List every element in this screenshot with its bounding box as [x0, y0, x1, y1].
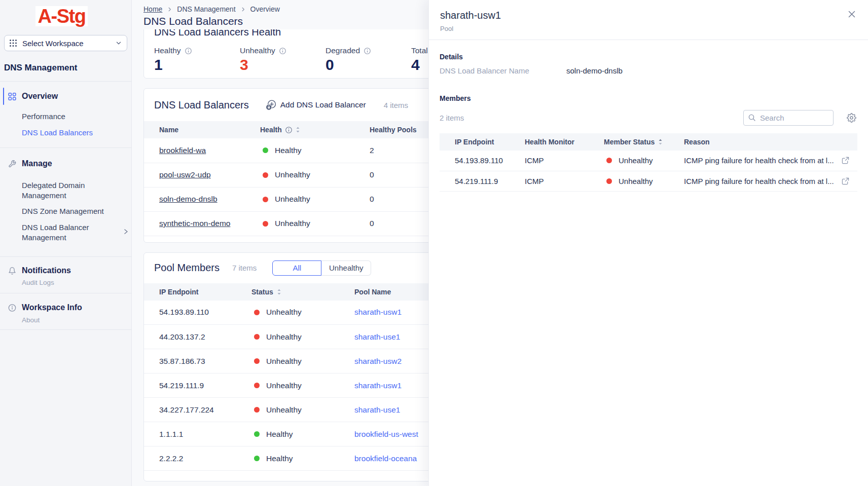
filter-tab-unhealthy[interactable]: Unhealthy — [321, 260, 371, 276]
pool-name-link[interactable]: sharath-use1 — [354, 405, 400, 414]
pool-name-link[interactable]: brookfield-us-west — [354, 430, 418, 438]
sidebar-item-dns-zone-management[interactable]: DNS Zone Management — [22, 206, 114, 216]
ip-endpoint-value: 44.203.137.2 — [159, 332, 205, 341]
add-button-label: Add DNS Load Balancer — [280, 100, 366, 109]
stat-label: Healthy — [154, 46, 181, 55]
status-text: Healthy — [266, 454, 293, 463]
lb-card-title: DNS Load Balancers — [154, 99, 249, 111]
sidebar-item-delegated-domain-management[interactable]: Delegated Domain Management — [22, 180, 114, 201]
members-table: IP Endpoint Health Monitor Member Status — [440, 133, 857, 192]
sidebar-item-workspace-info[interactable]: Workspace Info — [0, 303, 131, 313]
sidebar-item-performance[interactable]: Performance — [22, 111, 114, 122]
column-header-name[interactable]: Name — [144, 121, 260, 138]
sidebar-item-overview[interactable]: Overview — [0, 86, 131, 106]
column-header-health[interactable]: Health — [260, 121, 370, 138]
sidebar-item-dns-lb-management[interactable]: DNS Load Balancer Management — [22, 222, 114, 243]
divider — [0, 329, 131, 330]
grid-dots-icon — [9, 39, 17, 47]
members-table-body: 54.193.89.110 ICMP Unhealthy ICMP p — [440, 151, 857, 191]
healthy-pools-value: 0 — [370, 219, 374, 228]
sidebar-item-about[interactable]: About — [22, 315, 114, 324]
lb-items-count: 4 items — [384, 101, 408, 109]
table-row[interactable]: 54.193.89.110 ICMP Unhealthy ICMP p — [440, 151, 857, 171]
gear-icon[interactable] — [847, 113, 856, 123]
column-header-ip-endpoint[interactable]: IP Endpoint — [144, 283, 251, 301]
lb-name-link[interactable]: soln-demo-dnslb — [159, 195, 218, 203]
info-icon[interactable] — [279, 48, 286, 54]
logo[interactable]: A-Stg — [35, 6, 88, 26]
health-monitor-value: ICMP — [525, 177, 544, 185]
pool-name-link[interactable]: sharath-usw1 — [354, 308, 402, 316]
lb-name-link[interactable]: brookfield-wa — [159, 146, 206, 155]
sidebar-item-manage[interactable]: Manage — [0, 154, 131, 174]
column-header-member-status[interactable]: Member Status — [604, 133, 684, 151]
ip-endpoint-value: 2.2.2.2 — [159, 454, 183, 463]
stat-label: Degraded — [326, 46, 360, 55]
breadcrumb-home[interactable]: Home — [143, 5, 162, 13]
workspace-selector[interactable]: Select Workspace — [4, 35, 127, 51]
detail-row: DNS Load Balancer Name soln-demo-dnslb — [440, 66, 857, 75]
ip-endpoint-value: 54.219.111.9 — [159, 381, 204, 390]
pool-name-link[interactable]: sharath-usw2 — [354, 357, 402, 365]
status-text: Unhealthy — [619, 156, 653, 165]
status-text: Unhealthy — [266, 357, 302, 366]
filter-tab-all[interactable]: All — [272, 260, 321, 276]
chevron-down-icon — [116, 40, 122, 46]
sidebar-item-audit-logs[interactable]: Audit Logs — [22, 278, 114, 286]
search-input[interactable] — [760, 114, 826, 122]
breadcrumb-overview[interactable]: Overview — [250, 5, 280, 13]
health-stat: Degraded 0 — [326, 46, 411, 73]
sidebar-nav: Overview Performance DNS Load Balancers … — [0, 86, 131, 330]
sort-icon[interactable] — [296, 126, 300, 133]
divider — [0, 256, 131, 257]
healthy-pools-value: 0 — [370, 170, 374, 179]
status-text: Unhealthy — [266, 405, 302, 415]
external-link-icon[interactable] — [842, 157, 849, 164]
search-icon — [748, 114, 756, 122]
pool-name-link[interactable]: sharath-usw1 — [354, 381, 402, 390]
reason-text: ICMP ping failure for health check from … — [684, 177, 838, 185]
external-link-icon[interactable] — [842, 177, 849, 185]
sidebar-item-notifications[interactable]: Notifications — [0, 266, 131, 276]
overview-grid-icon — [8, 92, 16, 101]
status-dot — [606, 178, 612, 184]
close-icon[interactable] — [846, 8, 858, 20]
info-icon[interactable] — [185, 48, 192, 54]
members-items-count: 2 items — [440, 114, 464, 122]
status-text: Unhealthy — [275, 195, 310, 204]
sort-icon[interactable] — [658, 138, 663, 145]
info-icon[interactable] — [285, 127, 292, 133]
healthy-pools-value: 2 — [370, 146, 374, 155]
stat-label-row: Degraded — [326, 46, 411, 55]
members-heading: Members — [440, 94, 857, 102]
sidebar-item-label: DNS Load Balancer Management — [22, 223, 89, 242]
sort-icon[interactable] — [277, 288, 281, 295]
column-header-reason[interactable]: Reason — [684, 133, 857, 151]
add-circle-lock-icon — [266, 100, 276, 110]
column-header-status[interactable]: Status — [251, 283, 354, 301]
divider — [0, 81, 131, 82]
reason-text: ICMP ping failure for health check from … — [684, 156, 838, 165]
lb-name-link[interactable]: synthetic-mon-demo — [159, 219, 230, 228]
sidebar-item-dns-load-balancers[interactable]: DNS Load Balancers — [22, 128, 114, 138]
add-dns-load-balancer-button[interactable]: Add DNS Load Balancer — [266, 100, 366, 110]
info-icon[interactable] — [364, 48, 371, 54]
workspace-selector-label: Select Workspace — [22, 39, 116, 48]
table-row[interactable]: 54.219.111.9 ICMP Unhealthy ICMP pi — [440, 171, 857, 191]
detail-label: DNS Load Balancer Name — [440, 66, 566, 75]
ip-endpoint-value: 54.219.111.9 — [455, 177, 498, 185]
breadcrumb-dns-management[interactable]: DNS Management — [177, 5, 235, 13]
status-dot — [263, 221, 268, 227]
search-box — [743, 110, 834, 126]
logo-text: A-Stg — [38, 7, 86, 25]
status-dot — [254, 407, 260, 413]
lb-name-link[interactable]: pool-usw2-udp — [159, 170, 211, 179]
column-header-health-monitor[interactable]: Health Monitor — [525, 133, 604, 151]
pool-name-link[interactable]: sharath-use1 — [354, 332, 400, 341]
stat-value: 1 — [154, 57, 240, 73]
status-text: Unhealthy — [266, 381, 302, 390]
bell-icon — [8, 267, 16, 275]
pool-name-link[interactable]: brookfield-oceana — [354, 454, 417, 463]
column-header-ip-endpoint[interactable]: IP Endpoint — [440, 133, 525, 151]
members-header-row: IP Endpoint Health Monitor Member Status — [440, 133, 857, 151]
